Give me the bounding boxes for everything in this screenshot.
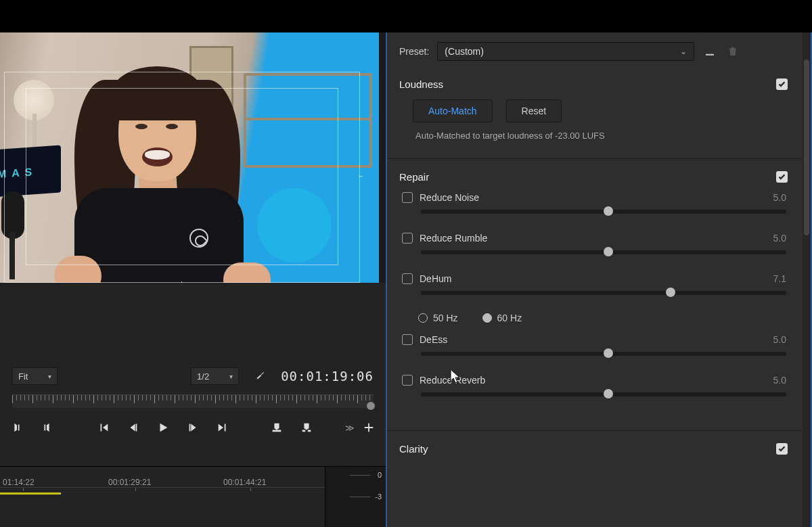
repair-checkbox[interactable] [776,171,788,183]
clarity-checkbox[interactable] [776,443,788,455]
time-marker: 01:14:22 [3,478,35,487]
repair-section: Repair Reduce Noise 5.0 Reduce R [387,163,803,423]
reset-button[interactable]: Reset [506,99,562,122]
mark-out-button[interactable] [39,420,54,435]
deess-value[interactable]: 5.0 [773,334,786,345]
video-frame [0,32,379,283]
extract-button[interactable] [299,420,314,435]
preset-value: (Custom) [445,46,484,57]
zoom-fit-label: Fit [18,371,28,382]
reduce-noise-label: Reduce Noise [420,192,479,203]
wrench-icon[interactable] [252,369,267,384]
preview-ruler[interactable] [12,394,374,408]
reduce-noise-slider[interactable] [421,210,786,214]
timeline-panel: 01:14:22 00:01:29:21 00:01:44:21 0 -3 [0,466,386,527]
reduce-reverb-param: Reduce Reverb 5.0 [399,372,788,413]
reduce-rumble-value[interactable]: 5.0 [773,233,786,244]
program-monitor-panel: Fit ▾ 1/2 ▾ 00:01:19:06 [0,32,386,527]
repair-title: Repair [399,171,429,183]
dehum-checkbox[interactable] [402,273,413,284]
time-marker: 00:01:44:21 [223,478,266,487]
step-back-button[interactable] [126,420,141,435]
loudness-section: Loudness Auto-Match Reset Auto-Matched t… [387,70,803,152]
play-button[interactable] [156,420,171,435]
more-chevron-icon[interactable]: ≫ [345,423,355,433]
reduce-rumble-checkbox[interactable] [402,233,413,244]
clarity-section: Clarity [387,435,803,459]
add-button[interactable] [361,420,376,435]
deess-label: DeEss [420,334,447,345]
clarity-header[interactable]: Clarity [399,439,788,456]
dehum-param: DeHum 7.1 [399,271,788,311]
reduce-noise-value[interactable]: 5.0 [773,192,786,203]
repair-header[interactable]: Repair [399,167,788,189]
preset-dropdown[interactable]: (Custom) ⌄ [437,42,694,61]
step-forward-button[interactable] [185,420,200,435]
timeline-scrollbar[interactable] [0,492,61,495]
hz60-radio[interactable]: 60 Hz [482,313,522,323]
time-marker: 00:01:29:21 [108,478,151,487]
loudness-title: Loudness [399,78,443,90]
reduce-rumble-label: Reduce Rumble [420,233,487,244]
deess-checkbox[interactable] [402,334,413,345]
delete-preset-icon [725,44,740,59]
hz60-label: 60 Hz [497,313,522,323]
video-preview[interactable] [0,32,386,283]
mark-in-button[interactable] [9,420,24,435]
chevron-down-icon: ▾ [229,373,233,380]
resolution-label: 1/2 [197,371,209,382]
hz50-label: 50 Hz [433,313,458,323]
reduce-reverb-label: Reduce Reverb [420,375,485,386]
dehum-slider[interactable] [421,291,786,295]
reduce-noise-param: Reduce Noise 5.0 [399,189,788,230]
playhead-marker[interactable] [367,402,375,410]
dehum-label: DeHum [420,273,451,284]
essential-sound-panel: Preset: (Custom) ⌄ Loudness Auto-Match R… [386,32,812,527]
lift-button[interactable] [269,420,284,435]
scrollbar-thumb[interactable] [804,60,809,235]
zoom-fit-dropdown[interactable]: Fit ▾ [12,367,58,385]
clarity-title: Clarity [399,443,428,455]
chevron-down-icon: ▾ [48,373,51,380]
loudness-header[interactable]: Loudness [399,74,788,97]
preset-label: Preset: [399,46,429,57]
reduce-noise-checkbox[interactable] [402,192,413,203]
reduce-reverb-slider[interactable] [421,392,786,396]
auto-match-button[interactable]: Auto-Match [413,99,493,122]
chevron-down-icon: ⌄ [680,47,687,56]
reduce-reverb-value[interactable]: 5.0 [773,375,786,386]
resolution-dropdown[interactable]: 1/2 ▾ [191,367,239,385]
save-preset-icon[interactable] [702,44,717,59]
meter-label: 0 [375,471,382,492]
panel-scrollbar[interactable] [803,32,811,527]
reduce-rumble-param: Reduce Rumble 5.0 [399,230,788,271]
reduce-reverb-checkbox[interactable] [402,375,413,386]
loudness-status: Auto-Matched to target loudness of -23.0… [399,129,788,141]
timeline-ruler[interactable]: 01:14:22 00:01:29:21 00:01:44:21 [0,467,325,527]
go-to-in-button[interactable] [96,420,111,435]
audio-meter: 0 -3 [325,467,386,527]
dehum-value[interactable]: 7.1 [773,273,786,284]
deess-param: DeEss 5.0 [399,331,788,372]
go-to-out-button[interactable] [215,420,230,435]
hz50-radio[interactable]: 50 Hz [418,313,458,323]
reduce-rumble-slider[interactable] [421,250,786,254]
meter-label: -3 [375,492,382,514]
loudness-checkbox[interactable] [776,78,788,90]
timecode-display[interactable]: 00:01:19:06 [281,369,374,384]
deess-slider[interactable] [421,352,786,356]
